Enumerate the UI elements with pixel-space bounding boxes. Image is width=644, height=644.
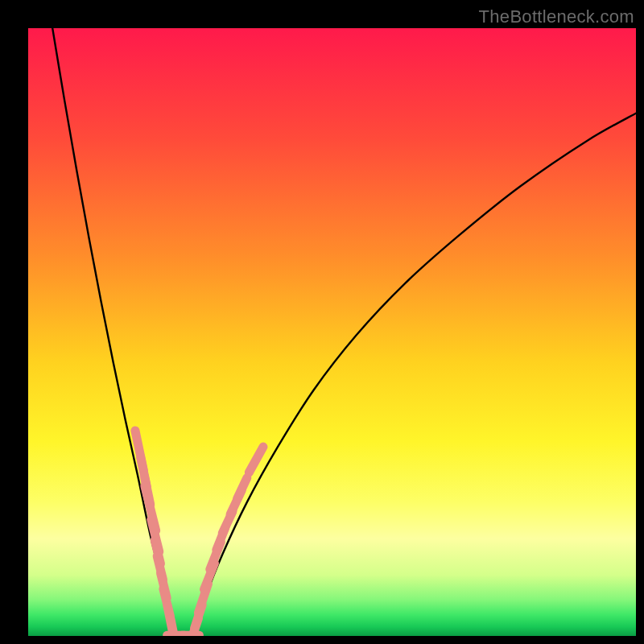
capsule-marker — [237, 478, 247, 499]
scatter-capsules — [135, 431, 263, 636]
curve-layer — [28, 28, 636, 636]
plot-area — [28, 28, 636, 636]
watermark-text: TheBottleneck.com — [479, 6, 634, 27]
curve-right-branch — [192, 114, 636, 636]
capsule-marker — [249, 447, 263, 473]
chart-stage: TheBottleneck.com — [0, 0, 644, 644]
